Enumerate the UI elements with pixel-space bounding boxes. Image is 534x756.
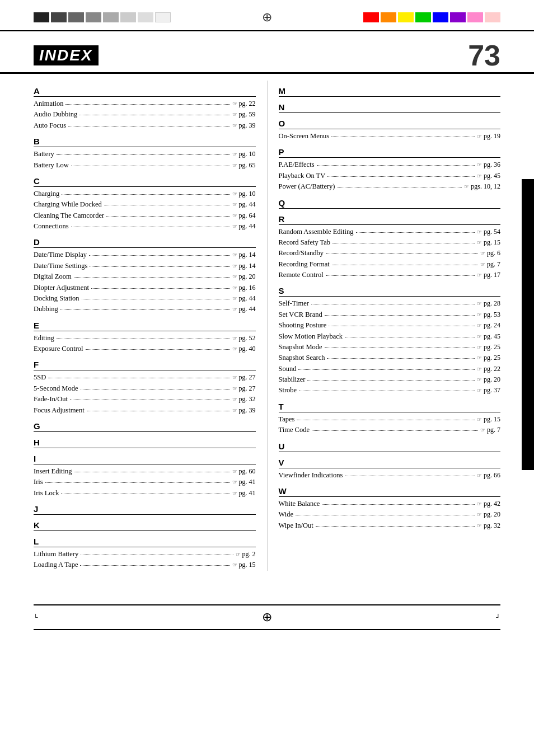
list-item: White Balance ☞ pg. 42 — [279, 499, 501, 509]
section-a-header: A — [34, 86, 256, 97]
list-item: Strobe ☞ pg. 37 — [279, 385, 501, 396]
section-m-header: M — [279, 86, 501, 97]
section-i-header: I — [34, 454, 256, 464]
list-item: Time Code ☞ pg. 7 — [279, 425, 501, 435]
page-title: INDEX — [34, 45, 99, 65]
list-item: Iris ☞ pg. 41 — [34, 477, 256, 487]
section-h-header: H — [34, 438, 256, 448]
left-column: A Animation ☞ pg. 22 Audio Dubbing ☞ pg.… — [34, 81, 267, 571]
list-item: On-Screen Menus ☞ pg. 19 — [279, 131, 501, 142]
page-bottom: └ ⊕ ┘ — [0, 604, 534, 630]
list-item: Tapes ☞ pg. 15 — [279, 414, 501, 425]
color-block-v — [450, 12, 466, 22]
list-item: Iris Lock ☞ pg. 41 — [34, 488, 256, 499]
list-item: Power (AC/Battery) ☞ pgs. 10, 12 — [279, 181, 501, 192]
list-item: Charging ☞ pg. 10 — [34, 189, 256, 199]
color-block-5 — [103, 12, 119, 22]
list-item: Focus Adjustment ☞ pg. 39 — [34, 405, 256, 416]
list-item: Date/Time Settings ☞ pg. 14 — [34, 261, 256, 271]
list-item: Editing ☞ pg. 52 — [34, 333, 256, 344]
list-item: Docking Station ☞ pg. 44 — [34, 293, 256, 304]
list-item: Date/Time Display ☞ pg. 14 — [34, 250, 256, 260]
section-d-header: D — [34, 237, 256, 248]
section-o-header: O — [279, 119, 501, 129]
list-item: 5SD ☞ pg. 27 — [34, 372, 256, 383]
page: ⊕ INDEX 73 A Animation ☞ pg. 22 — [0, 0, 534, 756]
list-item: Loading A Tape ☞ pg. 15 — [34, 560, 256, 570]
list-item: 5-Second Mode ☞ pg. 27 — [34, 383, 256, 394]
color-block-lp — [485, 12, 500, 22]
list-item: Cleaning The Camcorder ☞ pg. 64 — [34, 210, 256, 221]
section-b-header: B — [34, 137, 256, 147]
section-k-header: K — [34, 520, 256, 531]
section-l-header: L — [34, 537, 256, 547]
list-item: Snapshot Search ☞ pg. 25 — [279, 353, 501, 363]
section-g-header: G — [34, 421, 256, 432]
list-item: Connections ☞ pg. 44 — [34, 221, 256, 232]
main-content: A Animation ☞ pg. 22 Audio Dubbing ☞ pg.… — [0, 75, 534, 571]
color-block-g — [415, 12, 431, 22]
color-block-y — [398, 12, 414, 22]
list-item: Wide ☞ pg. 20 — [279, 509, 501, 520]
list-item: Slow Motion Playback ☞ pg. 45 — [279, 331, 501, 342]
list-item-recording-format: Recording Format ☞ pg. 7 — [279, 259, 501, 270]
list-item: Animation ☞ pg. 22 — [34, 98, 256, 109]
list-item: Playback On TV ☞ pg. 45 — [279, 171, 501, 181]
color-block-7 — [138, 12, 153, 22]
list-item: Battery ☞ pg. 10 — [34, 149, 256, 159]
top-crosshair: ⊕ — [245, 10, 289, 25]
section-s-header: S — [279, 286, 501, 297]
section-p-header: P — [279, 147, 501, 158]
list-item: Insert Editing ☞ pg. 60 — [34, 466, 256, 477]
bottom-border-bottom — [34, 629, 500, 630]
bottom-footer: └ ⊕ ┘ — [0, 605, 534, 629]
list-item: Record/Standby ☞ pg. 6 — [279, 248, 501, 259]
color-block-b — [433, 12, 448, 22]
section-e-header: E — [34, 321, 256, 331]
list-item: P.AE/Effects ☞ pg. 36 — [279, 159, 501, 170]
section-n-header: N — [279, 102, 501, 113]
section-t-header: T — [279, 402, 501, 412]
bottom-right-mark: ┘ — [496, 614, 500, 621]
section-v-header: V — [279, 458, 501, 468]
list-item: Dubbing ☞ pg. 44 — [34, 304, 256, 314]
list-item: Fade-In/Out ☞ pg. 32 — [34, 394, 256, 405]
list-item: Exposure Control ☞ pg. 40 — [34, 344, 256, 354]
section-c-header: C — [34, 176, 256, 187]
list-item: Shooting Posture ☞ pg. 24 — [279, 320, 501, 331]
list-item: Auto Focus ☞ pg. 39 — [34, 120, 256, 131]
black-side-bar — [522, 179, 534, 470]
color-block-1 — [34, 12, 49, 22]
list-item: Wipe In/Out ☞ pg. 32 — [279, 520, 501, 531]
top-bar: ⊕ — [0, 0, 534, 31]
list-item: Battery Low ☞ pg. 65 — [34, 160, 256, 171]
list-item: Diopter Adjustment ☞ pg. 16 — [34, 283, 256, 293]
bottom-left-mark: └ — [34, 614, 38, 621]
list-item-charging-while-docked: Charging While Docked ☞ pg. 44 — [34, 199, 256, 210]
color-block-o — [381, 12, 396, 22]
color-block-3 — [68, 12, 84, 22]
color-block-6 — [120, 12, 136, 22]
list-item: Audio Dubbing ☞ pg. 59 — [34, 109, 256, 120]
bottom-crosshair: ⊕ — [262, 610, 272, 624]
list-item: Set VCR Brand ☞ pg. 53 — [279, 309, 501, 320]
right-color-blocks — [363, 12, 500, 22]
list-item: Record Safety Tab ☞ pg. 15 — [279, 237, 501, 248]
list-item: Remote Control ☞ pg. 17 — [279, 270, 501, 280]
list-item: Snapshot Mode ☞ pg. 25 — [279, 342, 501, 353]
left-color-blocks — [34, 12, 171, 22]
page-number: 73 — [468, 39, 500, 72]
color-block-2 — [51, 12, 67, 22]
section-q-header: Q — [279, 198, 501, 209]
list-item: Self-Timer ☞ pg. 28 — [279, 298, 501, 309]
section-f-header: F — [34, 360, 256, 370]
list-item: Digital Zoom ☞ pg. 20 — [34, 271, 256, 282]
page-header: INDEX 73 — [0, 34, 534, 74]
section-w-header: W — [279, 486, 501, 497]
list-item: Lithium Battery ☞ pg. 2 — [34, 549, 256, 560]
section-u-header: U — [279, 442, 501, 452]
list-item: Viewfinder Indications ☞ pg. 66 — [279, 470, 501, 481]
color-block-4 — [86, 12, 101, 22]
list-item-random-assemble-editing: Random Assemble Editing ☞ pg. 54 — [279, 227, 501, 237]
color-block-8 — [155, 12, 171, 22]
